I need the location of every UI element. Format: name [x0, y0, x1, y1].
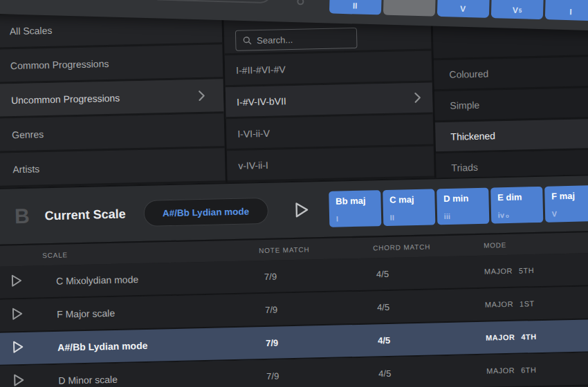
scaler-app: All Scales Common Progressions Uncommon …: [0, 0, 588, 387]
chord-button-2[interactable]: C maj II: [383, 189, 435, 226]
play-row-button[interactable]: [11, 306, 57, 323]
chord-slot-3[interactable]: V: [437, 0, 490, 18]
sidebar-item-uncommon-progressions[interactable]: Uncommon Progressions: [0, 79, 224, 119]
sidebar-item-label: Artists: [12, 163, 39, 175]
progression-item[interactable]: I-#II-#VI-#V: [225, 50, 432, 87]
browser-section: All Scales Common Progressions Uncommon …: [0, 1, 588, 189]
chord-button-5[interactable]: F maj V: [544, 185, 588, 223]
chord-button-4[interactable]: E dim ivo: [490, 187, 543, 224]
slot-sub-label: 5: [519, 8, 522, 19]
progression-list: Search... I-#II-#VI-#V I-#V-IV-bVII I-VI…: [223, 5, 437, 182]
header-chord-match: CHORD MATCH: [373, 241, 484, 252]
chord-numeral: I: [336, 215, 338, 223]
search-input[interactable]: Search...: [235, 28, 358, 51]
row-mode-position: 5TH: [519, 266, 535, 275]
chord-slot-4[interactable]: V5: [491, 0, 544, 19]
chord-name: D min: [443, 193, 483, 204]
row-note-match: 7/9: [261, 368, 376, 381]
chord-slot-2-empty[interactable]: [383, 0, 436, 17]
current-scale-name-pill[interactable]: A#/Bb Lydian mode: [143, 198, 268, 227]
progression-item[interactable]: v-IV-ii-I: [227, 146, 434, 182]
row-mode: MAJOR: [485, 300, 513, 309]
section-a-dropdown-outline[interactable]: [148, 0, 273, 3]
voicing-label: Triads: [451, 162, 478, 173]
slot-label: I: [569, 8, 572, 20]
progression-label: v-IV-ii-I: [238, 159, 268, 171]
category-list: All Scales Common Progressions Uncommon …: [0, 10, 228, 188]
row-scale-name: D Minor scale: [58, 370, 261, 386]
sidebar-item-label: Uncommon Progressions: [11, 92, 120, 106]
chord-button-3[interactable]: D min iii: [437, 188, 489, 225]
voicing-label: Coloured: [449, 68, 488, 80]
row-mode-position: 4TH: [521, 332, 537, 341]
scale-chord-buttons: Bb maj I C maj II D min iii E dim ivo F …: [329, 185, 588, 227]
play-row-button[interactable]: [10, 273, 57, 290]
sidebar-item-label: Genres: [12, 129, 44, 140]
sidebar-item-artists[interactable]: Artists: [0, 148, 226, 188]
sidebar-item-label: Common Progressions: [10, 58, 109, 71]
chord-name: Bb maj: [336, 195, 375, 206]
row-note-match: 7/9: [259, 269, 374, 282]
current-scale-name: A#/Bb Lydian mode: [163, 206, 250, 218]
row-mode: MAJOR: [484, 267, 513, 276]
main-panel: All Scales Common Progressions Uncommon …: [0, 1, 588, 387]
current-scale-title: Current Scale: [44, 207, 131, 223]
chord-name: F maj: [551, 190, 588, 201]
sidebar-item-label: All Scales: [10, 24, 53, 36]
progression-label: I-VI-ii-V: [237, 127, 270, 139]
row-mode: MAJOR: [486, 366, 515, 375]
chord-numeral: iv: [498, 211, 504, 219]
search-placeholder: Search...: [257, 34, 293, 45]
chord-numeral: iii: [444, 212, 450, 220]
header-mode: MODE: [484, 238, 588, 249]
voicing-label: Thickened: [450, 130, 495, 142]
chord-slot-1[interactable]: II: [329, 0, 382, 15]
small-knob-icon[interactable]: [297, 0, 304, 5]
header-scale: SCALE: [42, 247, 259, 259]
row-scale-name: A#/Bb Lydian mode: [57, 337, 261, 353]
row-scale-name: C Mixolydian mode: [56, 271, 259, 287]
row-scale-name: F Major scale: [57, 304, 260, 320]
chevron-right-icon: [198, 90, 205, 102]
section-b-label: B: [15, 206, 30, 227]
row-mode-position: 6TH: [521, 366, 537, 375]
voicing-item-coloured[interactable]: Coloured: [434, 57, 588, 92]
slot-label: II: [353, 1, 358, 14]
slot-label: V: [513, 6, 519, 19]
row-chord-match: 4/5: [374, 266, 484, 279]
row-chord-match: 4/5: [375, 332, 486, 346]
chord-slot-5[interactable]: I: [545, 0, 588, 21]
slot-label: V: [460, 5, 466, 17]
play-scale-button[interactable]: [293, 200, 310, 219]
voicing-item-triads[interactable]: Triads: [436, 150, 588, 178]
chord-button-1[interactable]: Bb maj I: [329, 190, 381, 227]
chord-name: E dim: [497, 191, 537, 202]
row-mode-position: 1ST: [520, 299, 535, 308]
chord-numeral: II: [390, 214, 394, 222]
sidebar-item-common-progressions[interactable]: Common Progressions: [0, 44, 223, 84]
progression-label: I-#V-IV-bVII: [237, 95, 286, 108]
header-note-match: NOTE MATCH: [259, 244, 373, 254]
progression-label: I-#II-#VI-#V: [236, 64, 286, 76]
row-chord-match: 4/5: [376, 366, 486, 379]
play-row-button[interactable]: [12, 339, 58, 357]
row-mode: MAJOR: [486, 333, 515, 342]
search-icon: [242, 35, 252, 45]
progression-item-selected[interactable]: I-#V-IV-bVII: [226, 82, 433, 119]
row-chord-match: 4/5: [374, 299, 485, 312]
chord-numeral: V: [552, 209, 558, 218]
voicing-label: Simple: [450, 100, 479, 111]
chord-name: C maj: [389, 194, 429, 205]
chord-slot-row: II V V5 I: [329, 0, 588, 21]
play-row-button[interactable]: [12, 372, 59, 387]
voicing-item-thickened-selected[interactable]: Thickened: [435, 119, 588, 154]
row-note-match: 7/9: [260, 302, 374, 315]
slot-label: [409, 3, 410, 16]
diminished-mark: o: [506, 213, 509, 219]
chevron-right-icon: [414, 92, 421, 104]
row-note-match: 7/9: [261, 335, 375, 348]
sidebar-item-genres[interactable]: Genres: [0, 113, 225, 153]
progression-item[interactable]: I-VI-ii-V: [226, 114, 434, 151]
voicing-item-simple[interactable]: Simple: [434, 88, 588, 123]
